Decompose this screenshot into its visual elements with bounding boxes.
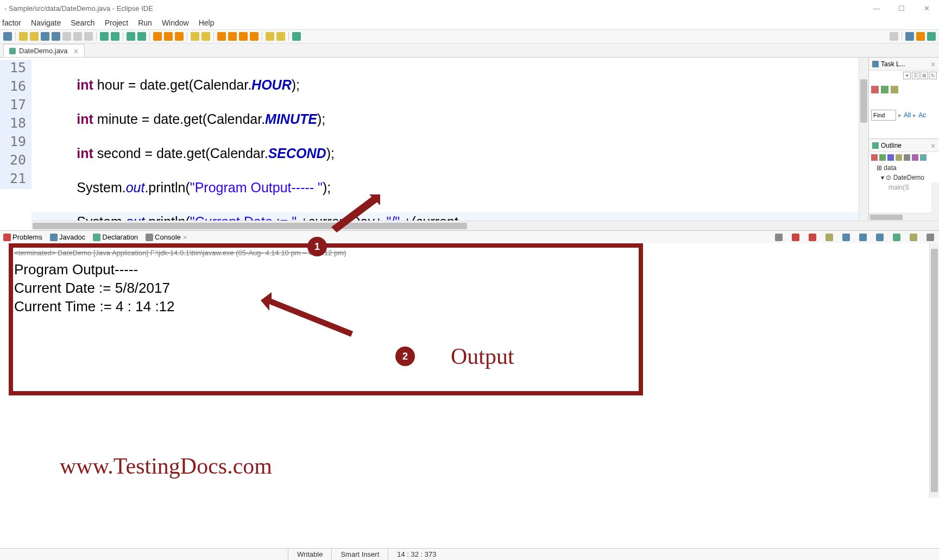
outline-label: Outline	[881, 142, 902, 149]
code-editor[interactable]: 15 16 17 18 19 20 21 int hour = date.get…	[0, 58, 868, 221]
outline-btn[interactable]	[887, 154, 894, 161]
panel-icon[interactable]	[881, 86, 888, 93]
console-btn[interactable]	[893, 234, 900, 241]
panel-btn[interactable]: ⊞	[921, 72, 928, 79]
minimize-button[interactable]: —	[864, 0, 889, 16]
toolbar-icon[interactable]	[239, 32, 248, 41]
right-side-panels: Task L... ⨯ ▾☰⊞↻ ▸ All ▸ Ac Outline ⨯	[868, 58, 939, 221]
outline-btn[interactable]	[912, 154, 918, 161]
panel-btn[interactable]: ☰	[912, 72, 919, 79]
line-number: 17	[0, 97, 31, 115]
toolbar-icon[interactable]	[30, 32, 39, 41]
scrollbar-thumb[interactable]	[33, 223, 467, 229]
status-insert-mode: Smart Insert	[331, 549, 388, 560]
menu-run[interactable]: Run	[138, 18, 152, 27]
debug-icon[interactable]	[100, 32, 109, 41]
console-btn[interactable]	[859, 234, 867, 241]
menu-refactor[interactable]: factor	[2, 18, 21, 27]
toolbar-icon[interactable]	[52, 32, 60, 41]
toolbar-icon[interactable]	[62, 32, 71, 41]
editor-horizontal-scrollbar[interactable]	[31, 221, 939, 230]
forward-icon[interactable]	[276, 32, 285, 41]
outline-item[interactable]: ⊞ data	[869, 163, 939, 173]
watermark-text: www.TestingDocs.com	[60, 453, 272, 479]
toolbar-icon[interactable]	[292, 32, 301, 41]
bottom-view-tabs: Problems Javadoc Declaration Console ⨯	[0, 230, 939, 243]
console-btn[interactable]	[775, 234, 783, 241]
outline-btn[interactable]	[871, 154, 878, 161]
perspective-debug-icon[interactable]	[927, 32, 936, 41]
toolbar-icon[interactable]	[41, 32, 49, 41]
tab-javadoc[interactable]: Javadoc	[50, 233, 85, 242]
perspective-icon[interactable]	[905, 32, 914, 41]
panel-icon[interactable]	[891, 86, 898, 93]
toolbar-icon[interactable]	[228, 32, 237, 41]
console-btn[interactable]	[825, 234, 833, 241]
separator	[123, 32, 123, 41]
search-icon[interactable]	[890, 32, 898, 41]
menu-help[interactable]: Help	[199, 18, 215, 27]
console-remove-icon[interactable]	[809, 234, 816, 241]
outline-btn[interactable]	[879, 154, 886, 161]
toolbar-icon[interactable]	[137, 32, 146, 41]
console-btn[interactable]	[842, 234, 850, 241]
toolbar-icon[interactable]	[127, 32, 135, 41]
outline-hscroll[interactable]	[869, 213, 931, 221]
toolbar-icon[interactable]	[217, 32, 226, 41]
window-controls: — ☐ ✕	[864, 0, 939, 16]
find-all-link[interactable]: All	[904, 111, 911, 119]
editor-tab[interactable]: DateDemo.java ⨯	[3, 44, 85, 57]
tab-declaration[interactable]: Declaration	[93, 233, 138, 242]
panel-btn[interactable]: ↻	[929, 72, 937, 79]
toolbar-icon[interactable]	[3, 32, 12, 41]
outline-btn[interactable]	[896, 154, 902, 161]
menu-search[interactable]: Search	[71, 18, 94, 27]
tab-console[interactable]: Console ⨯	[146, 233, 187, 242]
close-icon[interactable]: ⨯	[930, 60, 936, 68]
console-btn[interactable]	[910, 234, 917, 241]
outline-tree[interactable]: ⊞ data ▾ ⊙ DateDemo main(S	[869, 163, 939, 192]
menu-navigate[interactable]: Navigate	[31, 18, 61, 27]
title-bar: - Sample/src/data/DateDemo.java - Eclips…	[0, 0, 939, 16]
find-ac-link[interactable]: Ac	[918, 111, 926, 119]
toolbar-icon[interactable]	[153, 32, 162, 41]
outline-btn[interactable]	[904, 154, 910, 161]
tab-problems[interactable]: Problems	[3, 233, 42, 242]
console-btn[interactable]	[876, 234, 884, 241]
scrollbar-thumb[interactable]	[860, 79, 867, 123]
close-button[interactable]: ✕	[914, 0, 939, 16]
toolbar-icon[interactable]	[84, 32, 93, 41]
toolbar-icon[interactable]	[19, 32, 28, 41]
perspective-java-icon[interactable]	[916, 32, 925, 41]
console-btn[interactable]	[927, 234, 934, 241]
panel-icon[interactable]	[871, 86, 879, 93]
toolbar-icon[interactable]	[73, 32, 82, 41]
toolbar-icon[interactable]	[191, 32, 199, 41]
outline-item[interactable]: ▾ ⊙ DateDemo	[869, 173, 939, 183]
menu-window[interactable]: Window	[162, 18, 189, 27]
toolbar-icon[interactable]	[164, 32, 173, 41]
scrollbar-thumb[interactable]	[870, 215, 903, 220]
toolbar-icon[interactable]	[175, 32, 184, 41]
maximize-button[interactable]: ☐	[889, 0, 914, 16]
separator	[149, 32, 150, 41]
console-vertical-scrollbar[interactable]	[929, 243, 939, 498]
code-area[interactable]: int hour = date.get(Calendar.HOUR); int …	[31, 58, 859, 221]
run-icon[interactable]	[111, 32, 119, 41]
outline-btn[interactable]	[920, 154, 927, 161]
tab-close-icon[interactable]: ⨯	[73, 47, 79, 55]
close-icon[interactable]: ⨯	[930, 142, 936, 149]
back-icon[interactable]	[266, 32, 274, 41]
menu-project[interactable]: Project	[105, 18, 129, 27]
outline-vscroll[interactable]	[931, 183, 939, 221]
toolbar-icon[interactable]	[201, 32, 210, 41]
svg-marker-0	[331, 194, 380, 232]
editor-vertical-scrollbar[interactable]	[859, 58, 868, 221]
console-terminate-icon[interactable]	[792, 234, 799, 241]
outline-item[interactable]: main(S	[869, 183, 939, 192]
toolbar-icon[interactable]	[250, 32, 259, 41]
scrollbar-thumb[interactable]	[931, 249, 938, 492]
find-input[interactable]	[871, 110, 896, 121]
panel-btn[interactable]: ▾	[903, 72, 911, 79]
separator	[262, 32, 262, 41]
